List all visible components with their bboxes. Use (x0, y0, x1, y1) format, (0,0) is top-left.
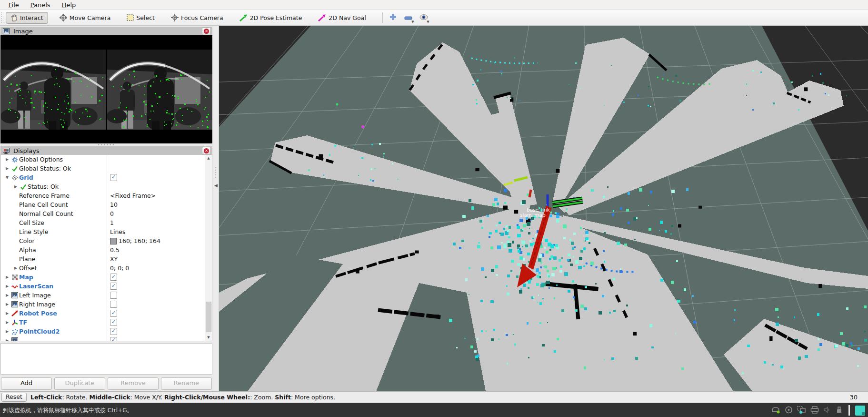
display-row-global-options[interactable]: ▶Global Options (1, 155, 205, 164)
display-row-plane[interactable]: PlaneXY (1, 254, 205, 264)
add-button[interactable]: Add (1, 377, 52, 390)
display-row-tf[interactable]: ▶TF✓ (1, 318, 205, 327)
display-row-normal-cell-count[interactable]: Normal Cell Count0 (1, 209, 205, 218)
printer-icon[interactable] (810, 406, 819, 415)
expander-closed-icon[interactable]: ▶ (4, 157, 10, 162)
remove-tool-button[interactable]: ▼ (403, 12, 414, 23)
row-value[interactable]: 160; 160; 164 (119, 237, 160, 244)
display-row-robot-pose[interactable]: ▶Robot Pose✓ (1, 309, 205, 318)
checkbox-checked[interactable]: ✓ (110, 319, 117, 326)
remove-button[interactable]: Remove (108, 377, 159, 390)
cdrom-icon[interactable] (785, 406, 793, 415)
row-value[interactable]: Lines (110, 228, 126, 235)
tool-move-camera[interactable]: Move Camera (55, 11, 116, 24)
dropdown-arrow-icon[interactable]: ▼ (427, 20, 429, 24)
scrollbar-thumb[interactable] (206, 302, 211, 332)
row-value[interactable]: <Fixed Frame> (110, 192, 156, 199)
row-value[interactable]: 0 (110, 210, 114, 217)
row-value[interactable]: 0.5 (110, 246, 120, 254)
toolbar-grip[interactable] (1, 12, 4, 23)
display-row-alpha[interactable]: Alpha0.5 (1, 245, 205, 254)
displays-buttons-row: AddDuplicateRemoveRename (0, 375, 213, 390)
tool-select[interactable]: Select (122, 12, 160, 24)
checkbox-checked[interactable]: ✓ (110, 283, 117, 290)
display-row-global-status-ok[interactable]: ▶Global Status: Ok (1, 164, 205, 173)
tool-properties-button[interactable]: ▼ (418, 12, 429, 23)
expander-closed-icon[interactable]: ▶ (4, 293, 10, 297)
displays-panel-header[interactable]: Displays ✕ (0, 146, 212, 155)
pose-arrow-icon (239, 14, 248, 21)
checkbox-checked[interactable]: ✓ (110, 274, 117, 281)
expander-closed-icon[interactable]: ▶ (4, 320, 10, 325)
status-bar: Reset Left-Click: Rotate. Middle-Click: … (0, 391, 868, 403)
reset-button[interactable]: Reset (1, 393, 27, 402)
expander-closed-icon[interactable]: ▶ (4, 311, 10, 315)
hdd-icon[interactable] (771, 406, 780, 415)
row-value[interactable]: XY (110, 255, 118, 263)
right-camera-image (107, 50, 212, 130)
expander-open-icon[interactable]: ▼ (4, 175, 10, 180)
expander-closed-icon[interactable]: ▶ (4, 166, 10, 171)
expander-closed-icon[interactable]: ▶ (4, 275, 10, 279)
expander-closed-icon[interactable]: ▶ (12, 184, 19, 189)
expander-closed-icon[interactable]: ▶ (4, 329, 10, 334)
rename-button[interactable]: Rename (161, 377, 212, 390)
display-row-laserscan[interactable]: ▶LaserScan✓ (1, 282, 205, 291)
tool-2d-nav-goal[interactable]: 2D Nav Goal (313, 12, 370, 24)
tool-focus-camera[interactable]: Focus Camera (166, 11, 228, 24)
row-label: Status: Ok (28, 183, 59, 190)
checkbox-checked[interactable]: ✓ (110, 174, 117, 181)
duplicate-button[interactable]: Duplicate (54, 377, 105, 390)
tool-2d-pose-estimate[interactable]: 2D Pose Estimate (235, 12, 307, 24)
display-row-line-style[interactable]: Line StyleLines (1, 227, 205, 236)
image-panel-close-button[interactable]: ✕ (202, 27, 211, 35)
display-row-status-ok[interactable]: ▶Status: Ok (1, 182, 205, 191)
tool-interact[interactable]: Interact (6, 12, 48, 24)
select-icon (127, 14, 134, 21)
usb-icon[interactable] (835, 406, 843, 415)
display-row-right-image[interactable]: ▶Right Image (1, 300, 205, 309)
menu-item-help[interactable]: Help (57, 1, 81, 9)
displays-tree-scrollbar[interactable]: ▲ ▼ (205, 155, 212, 341)
display-row-pointcloud2[interactable]: ▶PointCloud2✓ (1, 327, 205, 336)
row-value[interactable]: 10 (110, 201, 118, 208)
checkbox-unchecked[interactable] (110, 292, 117, 299)
checkbox-checked[interactable]: ✓ (110, 337, 117, 341)
network-icon[interactable] (797, 406, 806, 415)
display-row-cell-size[interactable]: Cell Size1 (1, 218, 205, 227)
display-row-map[interactable]: ▶Map✓ (1, 273, 205, 282)
display-row-offset[interactable]: ▶Offset0; 0; 0 (1, 264, 205, 273)
scroll-down-icon[interactable]: ▼ (205, 334, 212, 341)
toolbar-separator (382, 12, 383, 23)
display-row-left-image[interactable]: ▶Left Image (1, 291, 205, 300)
scroll-up-icon[interactable]: ▲ (205, 155, 212, 162)
sound-icon[interactable] (823, 406, 831, 415)
3d-viewport[interactable]: base_linkslam_map (219, 26, 868, 391)
display-row-color[interactable]: Color160; 160; 164 (1, 236, 205, 245)
panel-splitter-vertical[interactable]: ••••• ◀ (213, 26, 219, 391)
add-tool-button[interactable] (388, 12, 399, 23)
display-row-clipped[interactable]: ▶✓ (1, 336, 205, 341)
display-row-plane-cell-count[interactable]: Plane Cell Count10 (1, 200, 205, 209)
expander-closed-icon[interactable]: ▶ (4, 338, 10, 341)
collapse-panel-icon[interactable]: ◀ (214, 183, 218, 188)
row-value[interactable]: 1 (110, 219, 114, 226)
menu-item-file[interactable]: File (4, 1, 24, 9)
checkbox-unchecked[interactable] (110, 301, 117, 308)
hand-icon (10, 14, 18, 21)
display-row-grid[interactable]: ▼Grid✓ (1, 173, 205, 182)
image-panel-header[interactable]: Image ✕ (0, 27, 212, 35)
row-value[interactable]: 0; 0; 0 (110, 264, 129, 272)
expander-closed-icon[interactable]: ▶ (4, 284, 10, 288)
expander-closed-icon[interactable]: ▶ (12, 266, 19, 270)
vmware-fullscreen-icon[interactable] (855, 406, 865, 416)
expander-closed-icon[interactable]: ▶ (4, 302, 10, 306)
checkbox-checked[interactable]: ✓ (110, 310, 117, 317)
displays-panel-close-button[interactable]: ✕ (202, 147, 211, 155)
checkbox-checked[interactable]: ✓ (110, 328, 117, 335)
display-row-reference-frame[interactable]: Reference Frame<Fixed Frame> (1, 191, 205, 200)
menu-item-panels[interactable]: Panels (26, 1, 55, 9)
move-icon (60, 14, 67, 21)
stereo-camera-view (0, 35, 212, 143)
dropdown-arrow-icon[interactable]: ▼ (411, 20, 414, 24)
